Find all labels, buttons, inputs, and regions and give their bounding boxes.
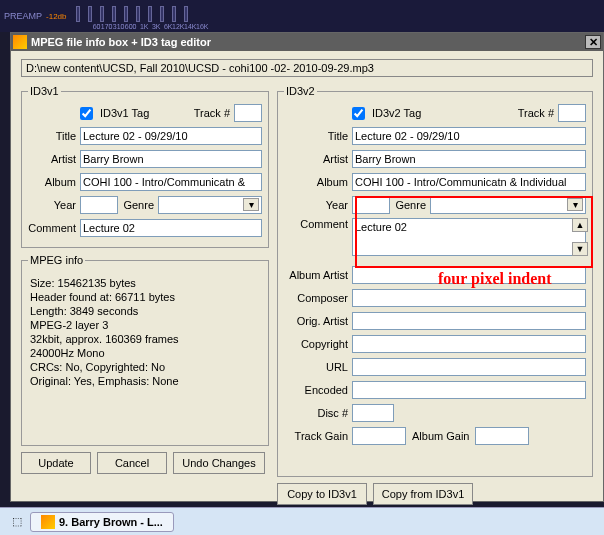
id3v2-album-gain-input[interactable] xyxy=(475,427,529,445)
winamp-icon xyxy=(41,515,55,529)
id3v2-title-input[interactable] xyxy=(352,127,586,145)
id3v2-orig-artist-input[interactable] xyxy=(352,312,586,330)
cancel-button[interactable]: Cancel xyxy=(97,452,167,474)
copy-to-id3v1-button[interactable]: Copy to ID3v1 xyxy=(277,483,367,505)
id3v2-album-input[interactable] xyxy=(352,173,586,191)
mpeg-legend: MPEG info xyxy=(28,254,85,266)
id3v1-genre-select[interactable] xyxy=(158,196,262,214)
id3v2-track-input[interactable] xyxy=(558,104,586,122)
taskbar-item-winamp[interactable]: 9. Barry Brown - L... xyxy=(30,512,174,532)
preamp-db: -12db xyxy=(46,12,66,21)
id3v1-artist-input[interactable] xyxy=(80,150,262,168)
id3v2-disc-input[interactable] xyxy=(352,404,394,422)
id3v1-year-input[interactable] xyxy=(80,196,118,214)
id3v2-comment-input[interactable]: Lecture 02 xyxy=(352,218,586,256)
id3v2-genre-select[interactable] xyxy=(430,196,586,214)
id3v2-enable[interactable]: ID3v2 Tag xyxy=(352,107,421,120)
mpeg-info-text: Size: 15462135 bytes Header found at: 66… xyxy=(28,272,262,432)
mpeg-info-group: MPEG info Size: 15462135 bytes Header fo… xyxy=(21,254,269,446)
show-desktop-icon[interactable]: ⬚ xyxy=(12,515,22,528)
id3-editor-dialog: MPEG file info box + ID3 tag editor ✕ D:… xyxy=(10,32,604,502)
track-label: Track # xyxy=(194,107,230,119)
id3v1-legend: ID3v1 xyxy=(28,85,61,97)
annotation-label: four pixel indent xyxy=(438,270,552,288)
id3v2-year-input[interactable] xyxy=(352,196,390,214)
id3v1-enable[interactable]: ID3v1 Tag xyxy=(80,107,149,120)
id3v2-artist-input[interactable] xyxy=(352,150,586,168)
id3v1-group: ID3v1 ID3v1 Tag Track # Title Artist xyxy=(21,85,269,248)
scroll-down-icon[interactable]: ▼ xyxy=(572,242,588,256)
id3v2-legend: ID3v2 xyxy=(284,85,317,97)
equalizer-strip: PREAMP -12db 601703106001K3K6K12K14K16K xyxy=(0,0,604,32)
close-button[interactable]: ✕ xyxy=(585,35,601,49)
copy-from-id3v1-button[interactable]: Copy from ID3v1 xyxy=(373,483,473,505)
id3v1-checkbox[interactable] xyxy=(80,107,93,120)
id3v2-checkbox[interactable] xyxy=(352,107,365,120)
winamp-icon xyxy=(13,35,27,49)
undo-button[interactable]: Undo Changes xyxy=(173,452,265,474)
id3v1-title-input[interactable] xyxy=(80,127,262,145)
id3v2-composer-input[interactable] xyxy=(352,289,586,307)
id3v1-track-input[interactable] xyxy=(234,104,262,122)
update-button[interactable]: Update xyxy=(21,452,91,474)
id3v2-url-input[interactable] xyxy=(352,358,586,376)
id3v2-encoded-input[interactable] xyxy=(352,381,586,399)
taskbar: ⬚ 9. Barry Brown - L... xyxy=(0,507,604,535)
id3v1-comment-input[interactable] xyxy=(80,219,262,237)
id3v2-track-gain-input[interactable] xyxy=(352,427,406,445)
scroll-up-icon[interactable]: ▲ xyxy=(572,218,588,232)
preamp-label: PREAMP xyxy=(4,11,42,21)
titlebar[interactable]: MPEG file info box + ID3 tag editor ✕ xyxy=(11,33,603,51)
window-title: MPEG file info box + ID3 tag editor xyxy=(31,36,585,48)
file-path[interactable]: D:\new content\UCSD, Fall 2010\UCSD - co… xyxy=(21,59,593,77)
id3v2-copyright-input[interactable] xyxy=(352,335,586,353)
id3v1-album-input[interactable] xyxy=(80,173,262,191)
